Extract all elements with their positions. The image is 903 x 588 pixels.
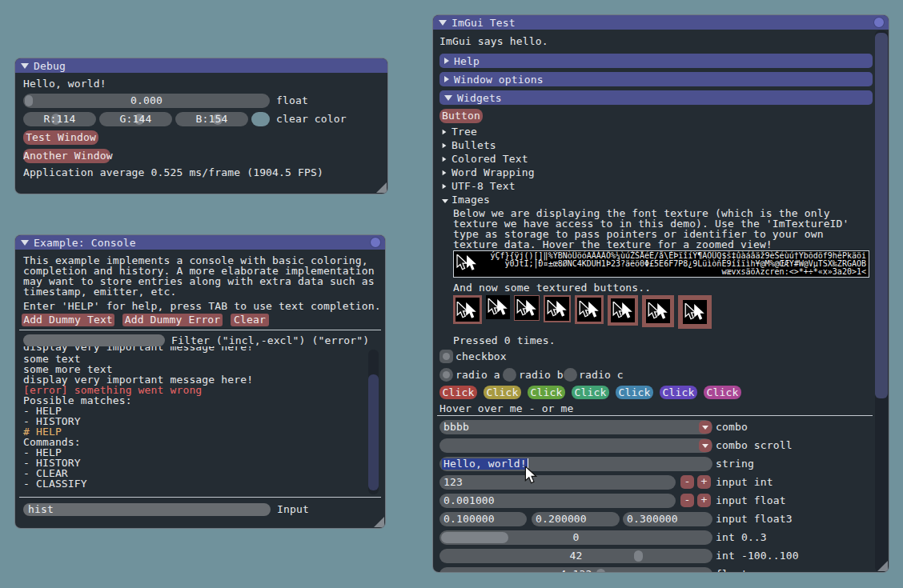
imgui-test-titlebar[interactable]: ImGui Test: [433, 15, 889, 30]
chevron-down-icon: [444, 95, 452, 101]
tree-node-utf8-text[interactable]: UTF-8 Text: [442, 181, 516, 191]
slider-int-2-value: 42: [570, 550, 583, 562]
console-input-value: hist: [28, 503, 54, 515]
float-label: float: [276, 94, 308, 108]
checkbox-label: checkbox: [456, 350, 507, 363]
input-float3-y[interactable]: 0.200000: [532, 512, 620, 526]
clear-color-swatch[interactable]: [251, 112, 270, 126]
button-widget[interactable]: Button: [439, 109, 483, 123]
clear-button[interactable]: Clear: [231, 314, 269, 326]
click-button-6[interactable]: Click: [660, 386, 697, 399]
click-button-4[interactable]: Click: [572, 386, 609, 399]
input-float[interactable]: 0.001000: [439, 494, 676, 508]
radio-a[interactable]: [439, 368, 453, 382]
log-scrollbar-thumb[interactable]: [368, 374, 379, 490]
tree-node-images[interactable]: Images: [442, 194, 490, 205]
increment-button[interactable]: +: [697, 475, 711, 489]
radio-b[interactable]: [503, 368, 516, 382]
tree-node-tree[interactable]: Tree: [442, 126, 477, 137]
float-slider[interactable]: 0.000: [23, 94, 270, 108]
click-button-7[interactable]: Click: [704, 386, 741, 399]
add-dummy-error-button[interactable]: Add Dummy Error: [122, 314, 223, 326]
combo-scroll[interactable]: [439, 438, 712, 453]
stats-text: Application average 0.525 ms/frame (1904…: [23, 167, 323, 178]
click-button-5[interactable]: Click: [616, 386, 653, 399]
click-button-3[interactable]: Click: [528, 386, 565, 399]
close-button[interactable]: [370, 237, 381, 248]
input-float3-x[interactable]: 0.100000: [439, 512, 527, 526]
combo-arrow-button[interactable]: [699, 421, 712, 434]
textured-button-2[interactable]: [486, 295, 510, 319]
intro-line: timestamp, emitter, etc.: [23, 286, 176, 297]
drag-g[interactable]: G:144: [99, 112, 172, 126]
separator: [19, 497, 381, 498]
decrement-button[interactable]: -: [680, 494, 694, 507]
resize-grip[interactable]: [374, 517, 384, 527]
increment-button[interactable]: +: [697, 494, 711, 507]
window-console: Example: Console This example implements…: [14, 234, 386, 529]
combo[interactable]: bbbb: [439, 420, 712, 434]
drag-b[interactable]: B:154: [175, 112, 248, 126]
collapse-icon[interactable]: [21, 63, 29, 69]
resize-grip[interactable]: [877, 561, 888, 571]
string-input-label: string: [716, 457, 754, 471]
add-dummy-text-button[interactable]: Add Dummy Text: [22, 314, 114, 326]
console-input[interactable]: hist: [23, 503, 271, 516]
hello-world-text: Hello, world!: [23, 78, 106, 89]
slider-float[interactable]: 4.132: [439, 567, 712, 573]
textured-button-4[interactable]: [544, 295, 571, 322]
header-label: Widgets: [457, 92, 502, 104]
slider-int-2[interactable]: 42: [439, 549, 712, 563]
decrement-button[interactable]: -: [680, 475, 694, 489]
font-texture-image[interactable]: ýÇf}{ÿj()[]‖%ÝBÑòÛöóÃÂÁÀÔ%¼ùúŽŠÅéÉ/å\ÈÞï…: [453, 250, 869, 278]
checkbox[interactable]: [439, 350, 453, 363]
filter-input[interactable]: [23, 334, 165, 346]
test-window-button[interactable]: Test Window: [23, 130, 98, 145]
resize-grip[interactable]: [376, 182, 387, 193]
textured-button-6[interactable]: [608, 295, 638, 326]
textured-button-5[interactable]: [575, 295, 604, 324]
pressed-text: Pressed 0 times.: [453, 335, 556, 346]
close-button[interactable]: [873, 17, 885, 28]
collapse-icon[interactable]: [439, 20, 447, 26]
textured-button-8[interactable]: [678, 295, 712, 329]
textured-button-7[interactable]: [642, 295, 674, 327]
console-titlebar[interactable]: Example: Console: [15, 235, 385, 250]
drag-r[interactable]: R:114: [23, 112, 96, 126]
slider-float-label: float: [716, 567, 748, 573]
console-log[interactable]: display very important message here! som…: [15, 346, 367, 489]
header-window-options[interactable]: Window options: [439, 72, 873, 86]
tree-node-bullets[interactable]: Bullets: [442, 140, 496, 150]
tree-node-word-wrapping[interactable]: Word Wrapping: [442, 167, 535, 178]
slider-grab[interactable]: [441, 532, 508, 543]
combo-value: bbbb: [443, 421, 469, 433]
tree-node-colored-text[interactable]: Colored Text: [442, 154, 528, 164]
slider-grab[interactable]: [596, 569, 605, 573]
header-widgets[interactable]: Widgets: [439, 90, 873, 105]
input-int-label: input int: [716, 475, 773, 490]
collapse-icon[interactable]: [21, 240, 29, 246]
radio-c[interactable]: [564, 368, 577, 382]
separator: [19, 330, 381, 330]
radio-c-label: radio c: [579, 368, 624, 382]
debug-titlebar[interactable]: Debug: [15, 58, 387, 73]
another-window-button[interactable]: Another Window: [23, 149, 110, 163]
input-float3-z[interactable]: 0.300000: [623, 512, 712, 526]
textured-button-3[interactable]: [514, 295, 540, 321]
slider-grab[interactable]: [25, 95, 33, 106]
header-help[interactable]: Help: [439, 54, 873, 68]
textured-buttons-caption: And now some textured buttons..: [453, 282, 651, 293]
scrollbar-thumb[interactable]: [875, 33, 888, 398]
window-title: Example: Console: [34, 237, 136, 249]
combo-arrow-button[interactable]: [699, 439, 712, 452]
click-button-2[interactable]: Click: [484, 386, 521, 399]
textured-button-1[interactable]: [453, 295, 482, 324]
input-int[interactable]: 123: [439, 475, 676, 490]
chevron-right-icon: [444, 58, 449, 64]
string-input[interactable]: Hello, world!: [439, 457, 712, 471]
slider-int[interactable]: 0: [439, 530, 712, 545]
input-float3-label: input float3: [716, 512, 793, 526]
font-texture-glyphs: wævxsäöλzcren:<>*+÷*«x»3a20>1<: [721, 268, 866, 276]
slider-grab[interactable]: [634, 550, 643, 562]
click-button-1[interactable]: Click: [439, 386, 477, 399]
